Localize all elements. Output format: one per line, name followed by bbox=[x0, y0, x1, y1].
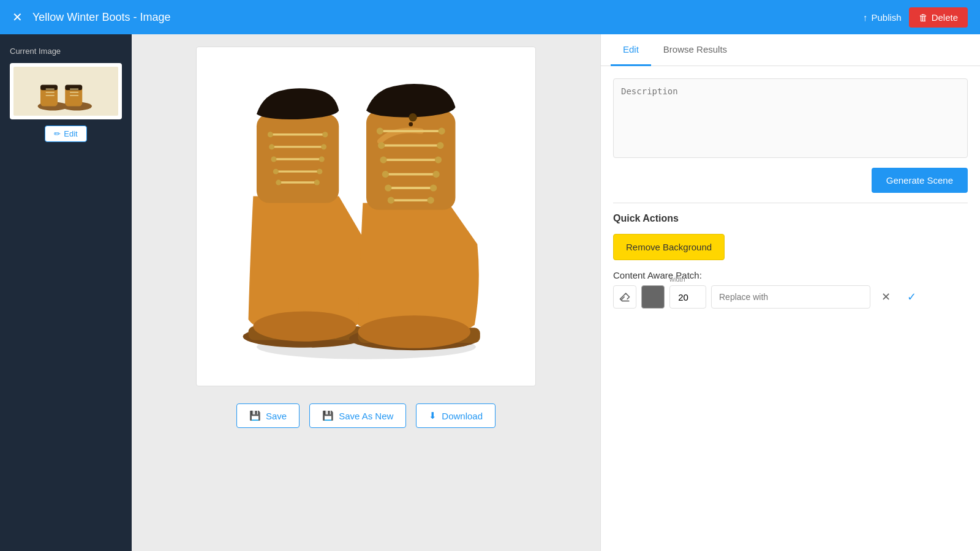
save-icon: 💾 bbox=[249, 410, 261, 421]
boot-thumbnail-svg bbox=[32, 70, 100, 113]
sidebar: Current Image bbox=[0, 34, 132, 551]
bottom-actions: 💾 Save 💾 Save As New ⬇ Download bbox=[236, 403, 496, 428]
download-button[interactable]: ⬇ Download bbox=[416, 403, 496, 428]
clear-button[interactable]: ✕ bbox=[875, 287, 896, 307]
svg-point-21 bbox=[269, 144, 274, 149]
tabs: Edit Browse Results bbox=[601, 34, 980, 66]
download-label: Download bbox=[442, 411, 483, 421]
main-layout: Current Image bbox=[0, 34, 980, 551]
color-swatch-button[interactable] bbox=[641, 285, 665, 309]
svg-point-55 bbox=[409, 122, 413, 126]
divider bbox=[613, 203, 968, 203]
close-button[interactable]: ✕ bbox=[12, 10, 23, 24]
header-actions: ↑ Publish 🗑 Delete bbox=[863, 7, 968, 28]
svg-point-41 bbox=[437, 142, 443, 149]
remove-background-button[interactable]: Remove Background bbox=[613, 234, 725, 260]
panel-content: Generate Scene Quick Actions Remove Back… bbox=[601, 66, 980, 321]
svg-point-38 bbox=[438, 127, 445, 134]
boot-main-svg bbox=[222, 73, 510, 361]
svg-point-24 bbox=[271, 156, 276, 162]
publish-icon: ↑ bbox=[863, 12, 868, 23]
current-image-label: Current Image bbox=[10, 47, 122, 56]
svg-point-50 bbox=[430, 184, 437, 191]
publish-button[interactable]: ↑ Publish bbox=[863, 12, 902, 23]
svg-point-52 bbox=[387, 197, 394, 203]
app-header: ✕ Yellow Winter Boots - Image ↑ Publish … bbox=[0, 0, 980, 34]
svg-point-37 bbox=[376, 127, 383, 134]
svg-point-27 bbox=[273, 168, 278, 174]
generate-scene-button[interactable]: Generate Scene bbox=[872, 168, 968, 193]
boot-image bbox=[197, 47, 535, 386]
svg-point-46 bbox=[382, 171, 388, 178]
save-as-new-button[interactable]: 💾 Save As New bbox=[309, 403, 406, 428]
download-icon: ⬇ bbox=[429, 410, 437, 421]
description-textarea[interactable] bbox=[613, 78, 968, 158]
width-wrapper: width bbox=[669, 285, 706, 309]
confirm-button[interactable]: ✓ bbox=[901, 287, 922, 307]
page-title: Yellow Winter Boots - Image bbox=[32, 11, 863, 24]
svg-point-30 bbox=[276, 179, 281, 185]
replace-with-input[interactable] bbox=[711, 285, 870, 309]
save-button[interactable]: 💾 Save bbox=[236, 403, 300, 428]
svg-point-54 bbox=[409, 113, 417, 121]
center-area: 💾 Save 💾 Save As New ⬇ Download bbox=[132, 34, 600, 551]
eraser-tool-button[interactable] bbox=[613, 285, 636, 309]
publish-label: Publish bbox=[871, 12, 901, 23]
width-label: width bbox=[669, 276, 685, 283]
edit-icon: ✏ bbox=[54, 129, 61, 138]
edit-label: Edit bbox=[64, 129, 77, 138]
svg-point-53 bbox=[427, 197, 434, 203]
tab-edit[interactable]: Edit bbox=[611, 34, 651, 66]
content-aware-patch-section: Content Aware Patch: width bbox=[613, 270, 968, 309]
svg-point-49 bbox=[385, 184, 391, 191]
svg-point-18 bbox=[267, 132, 273, 137]
svg-point-31 bbox=[314, 179, 319, 185]
svg-point-28 bbox=[317, 168, 322, 174]
thumbnail-image bbox=[13, 67, 118, 116]
svg-point-43 bbox=[380, 156, 386, 163]
width-input[interactable] bbox=[669, 285, 706, 309]
svg-point-35 bbox=[358, 315, 470, 348]
eraser-icon bbox=[619, 291, 631, 303]
save-as-new-icon: 💾 bbox=[322, 410, 334, 421]
patch-controls-row: width ✕ ✓ bbox=[613, 285, 968, 309]
svg-point-44 bbox=[434, 156, 441, 163]
edit-thumbnail-button[interactable]: ✏ Edit bbox=[45, 126, 86, 142]
save-as-new-label: Save As New bbox=[339, 411, 393, 421]
delete-label: Delete bbox=[932, 12, 958, 23]
save-label: Save bbox=[266, 411, 287, 421]
tab-browse-results[interactable]: Browse Results bbox=[651, 34, 739, 66]
svg-point-19 bbox=[322, 132, 328, 137]
svg-point-47 bbox=[432, 171, 439, 178]
thumbnail-container bbox=[10, 63, 122, 119]
quick-actions-label: Quick Actions bbox=[613, 213, 968, 224]
svg-point-25 bbox=[318, 156, 324, 162]
svg-point-16 bbox=[253, 311, 356, 341]
image-canvas bbox=[196, 47, 536, 386]
right-panel: Edit Browse Results Generate Scene Quick… bbox=[600, 34, 980, 551]
svg-point-22 bbox=[321, 144, 326, 149]
content-aware-label: Content Aware Patch: bbox=[613, 270, 968, 280]
svg-point-40 bbox=[378, 142, 385, 149]
delete-button[interactable]: 🗑 Delete bbox=[909, 7, 968, 28]
trash-icon: 🗑 bbox=[919, 12, 928, 23]
